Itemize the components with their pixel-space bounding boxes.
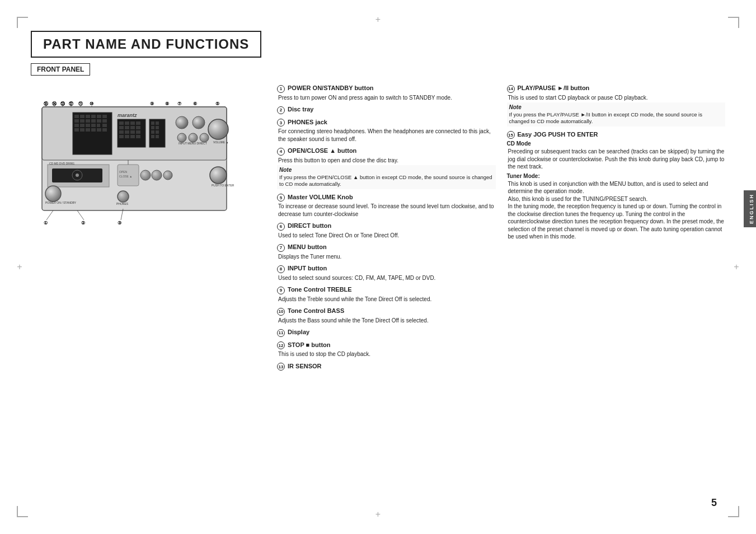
svg-rect-40 [136, 130, 140, 134]
svg-rect-35 [130, 126, 135, 129]
item-14-header: 14 PLAY/PAUSE ►/II button [507, 85, 726, 93]
svg-rect-21 [74, 128, 79, 132]
item-3: 3 PHONES jack For connecting stereo head… [277, 119, 496, 143]
device-drawing: marantz [31, 85, 243, 258]
svg-point-72 [152, 170, 162, 180]
svg-rect-32 [136, 121, 140, 125]
svg-rect-20 [102, 124, 107, 127]
svg-point-71 [140, 170, 151, 180]
svg-text:⑧: ⑧ [165, 101, 169, 106]
item-14-title: PLAY/PAUSE ►/II button [518, 85, 590, 91]
item-7: 7 MENU button Displays the Tuner menu. [277, 243, 496, 260]
item-1-body: Press to turn power ON and press again t… [277, 94, 496, 102]
item-14-note-text: If you press the PLAY/PAUSE ►/II button … [509, 111, 724, 125]
svg-rect-9 [74, 119, 79, 123]
svg-rect-31 [130, 121, 135, 125]
svg-text:CLOSE ▲: CLOSE ▲ [119, 175, 132, 178]
corner-mark-bl [17, 506, 28, 517]
item-15-cd-mode-label: CD Mode [507, 140, 726, 147]
item-13-title: IR SENSOR [288, 363, 322, 369]
item-11-header: 11 Display [277, 329, 496, 337]
svg-rect-23 [86, 128, 90, 132]
svg-rect-51 [156, 130, 159, 134]
item-15-num: 15 [507, 131, 515, 139]
item-11: 11 Display [277, 329, 496, 337]
cross-mark-left [14, 261, 25, 273]
cross-mark-top [373, 14, 384, 25]
item-1-header: 1 POWER ON/STANDBY button [277, 85, 496, 93]
item-10-num: 10 [277, 308, 285, 316]
item-15-tuner-body: This knob is used in conjunction with th… [507, 180, 726, 241]
svg-rect-52 [151, 135, 154, 138]
item-9-body: Adjusts the Treble sound while the Tone … [277, 296, 496, 303]
svg-rect-48 [151, 126, 154, 129]
item-12-num: 12 [277, 341, 285, 349]
svg-rect-13 [97, 119, 101, 123]
item-4-note-label: Note [279, 167, 292, 173]
item-7-num: 7 [277, 244, 285, 252]
svg-point-60 [208, 119, 228, 139]
item-11-num: 11 [277, 329, 285, 337]
section-label: FRONT PANEL [31, 63, 90, 76]
corner-mark-br [728, 506, 739, 517]
svg-text:⑮: ⑮ [44, 101, 49, 106]
item-15-tuner-label: Tuner Mode: [507, 173, 726, 179]
english-tab: ENGLISH [744, 190, 756, 227]
svg-text:⑦: ⑦ [177, 101, 181, 106]
svg-rect-4 [80, 115, 84, 118]
svg-rect-50 [151, 130, 154, 134]
svg-text:VOLUME  ▲: VOLUME ▲ [213, 140, 228, 144]
item-8-header: 8 INPUT button [277, 265, 496, 273]
item-7-title: MENU button [288, 243, 327, 250]
text-column-2: 14 PLAY/PAUSE ►/II button This is used t… [507, 85, 726, 375]
corner-mark-tl [17, 17, 28, 28]
item-2-title: Disc tray [288, 106, 313, 113]
svg-rect-30 [125, 121, 129, 125]
svg-rect-41 [119, 135, 124, 138]
item-8-body: Used to select sound sources: CD, FM, AM… [277, 274, 496, 282]
svg-text:⑨: ⑨ [150, 101, 154, 106]
item-5-title: Master VOLUME Knob [288, 194, 353, 200]
item-8-title: INPUT button [288, 265, 327, 271]
svg-rect-15 [74, 124, 79, 127]
svg-point-54 [176, 116, 188, 129]
item-9: 9 Tone Control TREBLE Adjusts the Treble… [277, 286, 496, 303]
svg-rect-10 [80, 119, 84, 123]
svg-rect-8 [102, 115, 107, 118]
text-column-1: 1 POWER ON/STANDBY button Press to turn … [277, 85, 496, 375]
svg-text:②: ② [81, 221, 85, 226]
item-4-title: OPEN/CLOSE ▲ button [288, 147, 356, 154]
item-12-title: STOP ■ button [288, 341, 331, 348]
item-14-body: This is used to start CD playback or pau… [507, 94, 726, 102]
item-15: 15 Easy JOG PUSH TO ENTER CD Mode Preced… [507, 131, 726, 241]
svg-rect-46 [151, 121, 154, 125]
item-4-num: 4 [277, 148, 285, 156]
svg-rect-11 [86, 119, 90, 123]
svg-rect-26 [102, 128, 107, 132]
svg-rect-36 [136, 126, 140, 129]
item-6-num: 6 [277, 223, 285, 231]
device-svg: marantz [31, 85, 243, 258]
item-6-title: DIRECT button [288, 222, 331, 229]
item-12-body: This is used to stop the CD playback. [277, 350, 496, 358]
svg-text:①: ① [44, 221, 48, 226]
item-2-num: 2 [277, 106, 285, 114]
svg-line-100 [46, 210, 53, 220]
svg-text:OPEN: OPEN [119, 170, 128, 174]
item-7-header: 7 MENU button [277, 243, 496, 252]
svg-rect-42 [125, 135, 129, 138]
item-1-num: 1 [277, 85, 285, 93]
svg-rect-47 [156, 121, 159, 125]
item-15-cd-mode-body: Preceding or subsequent tracks can be se… [507, 148, 726, 171]
svg-rect-19 [97, 124, 100, 127]
svg-rect-18 [91, 124, 96, 127]
svg-rect-16 [80, 124, 84, 127]
svg-text:⑫: ⑫ [69, 101, 74, 106]
svg-text:⑪: ⑪ [78, 101, 83, 106]
svg-rect-24 [91, 128, 96, 132]
svg-rect-33 [119, 126, 124, 129]
svg-rect-17 [86, 124, 90, 127]
item-14-note: Note If you press the PLAY/PAUSE ►/II bu… [507, 102, 726, 127]
svg-rect-34 [125, 126, 129, 129]
svg-rect-43 [130, 135, 135, 138]
